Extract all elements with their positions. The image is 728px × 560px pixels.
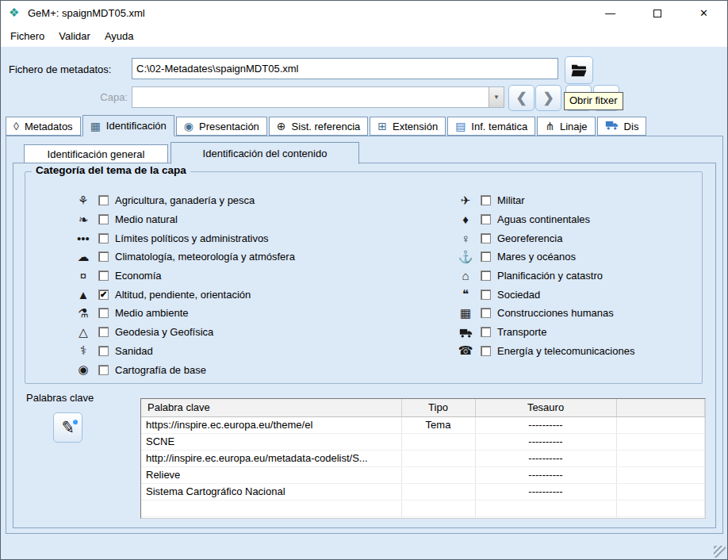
- checkbox-energia-telecomunicaciones[interactable]: Energía y telecomunicaciones: [481, 345, 634, 357]
- checkbox-label: Sociedad: [497, 289, 540, 301]
- flask-icon: ⚗: [71, 306, 95, 320]
- gem-icon: ❖: [9, 6, 19, 20]
- tab-distribucion[interactable]: Dis: [597, 117, 647, 136]
- checkbox-label: Cartografía de base: [115, 364, 206, 376]
- category-row: ¤Economía: [71, 267, 295, 286]
- empty-cell: [401, 516, 475, 519]
- checkbox-sanidad[interactable]: Sanidad: [98, 345, 153, 357]
- tab-identificacion[interactable]: ▦Identificación: [82, 115, 174, 136]
- wheat-icon: ⚘: [71, 194, 95, 208]
- checkbox-box: [481, 346, 491, 356]
- subtab-identificacion-del-contenido[interactable]: Identificación del contenido: [171, 142, 359, 164]
- close-button[interactable]: ✕: [680, 1, 727, 25]
- category-row: ⌂Planificación y catastro: [454, 267, 634, 286]
- checkbox-label: Límites políticos y administrativos: [115, 232, 269, 244]
- category-row: ❧Medio natural: [71, 210, 295, 229]
- category-column-right: ✈Militar♦Aguas continentales♀Georeferenc…: [454, 191, 634, 360]
- keyword-cell: Sistema Cartográfico Nacional: [141, 483, 401, 500]
- checkbox-transporte[interactable]: Transporte: [481, 326, 546, 338]
- checkbox-geodesia[interactable]: Geodesia y Geofísica: [98, 326, 213, 338]
- layer-field-label: Capa:: [9, 91, 128, 103]
- main-tab-bar: ◊Metadatos▦Identificación◉Presentación⊕S…: [6, 114, 728, 136]
- minimize-button[interactable]: —: [587, 1, 634, 25]
- checkbox-cartografia-base[interactable]: Cartografía de base: [98, 364, 206, 376]
- checkbox-aguas-continentales[interactable]: Aguas continentales: [481, 213, 590, 225]
- checkbox-sociedad[interactable]: Sociedad: [481, 289, 540, 301]
- checkbox-georeferencia[interactable]: Georeferencia: [481, 232, 562, 244]
- checkbox-medio-natural[interactable]: Medio natural: [98, 213, 178, 225]
- checkbox-box: [481, 233, 491, 244]
- tab-label: Metadatos: [25, 121, 73, 132]
- metadata-file-input[interactable]: [132, 58, 558, 79]
- category-row: ▦Construcciones humanas: [454, 304, 634, 323]
- menu-item-ayuda[interactable]: Ayuda: [98, 25, 141, 47]
- cart-icon: ¤: [71, 269, 95, 282]
- checkbox-altitud[interactable]: ✔Altitud, pendiente, orientación: [98, 289, 251, 301]
- sub-tab-bar: Identificación generalIdentificación del…: [24, 141, 359, 163]
- mountain-icon: ▲: [71, 288, 95, 301]
- map-extent-icon: ⊞: [377, 121, 387, 132]
- dropdown-arrow-icon: ▼: [489, 87, 504, 107]
- tab-extension[interactable]: ⊞Extensión: [370, 117, 446, 136]
- next-layer-button[interactable]: ❯: [535, 85, 561, 111]
- tab-label: Linaje: [560, 121, 588, 132]
- menu-item-fichero[interactable]: Fichero: [3, 25, 52, 47]
- checkbox-economia[interactable]: Economía: [98, 270, 162, 282]
- checkbox-medio-ambiente[interactable]: Medio ambiente: [98, 307, 189, 319]
- tab-inf-tematica[interactable]: ▤Inf. temática: [447, 117, 535, 136]
- tooltip: Obrir fitxer: [564, 92, 623, 110]
- checkbox-construcciones-humanas[interactable]: Construcciones humanas: [481, 307, 614, 319]
- empty-cell: [616, 500, 705, 516]
- category-row: ⚕Sanidad: [71, 342, 295, 361]
- checkbox-box: [481, 251, 491, 262]
- keyword-row[interactable]: Relieve----------: [141, 466, 705, 483]
- tab-sist-referencia[interactable]: ⊕Sist. referencia: [269, 117, 368, 136]
- tab-metadatos[interactable]: ◊Metadatos: [6, 117, 81, 136]
- checkbox-label: Climatología, meteorología y atmósfera: [115, 251, 295, 263]
- triangle-icon: △: [71, 325, 95, 339]
- checkbox-box: [98, 270, 109, 281]
- tab-presentacion[interactable]: ◉Presentación: [176, 117, 267, 136]
- checkbox-box: [98, 308, 109, 318]
- maximize-button[interactable]: [634, 1, 680, 25]
- category-row: ✈Militar: [454, 191, 634, 210]
- checkbox-box: [98, 214, 109, 224]
- empty-cell: [616, 516, 705, 519]
- truck-icon: [605, 121, 619, 132]
- keyword-row[interactable]: https://inspire.ec.europa.eu/theme/elTem…: [141, 416, 705, 433]
- previous-layer-button[interactable]: ❮: [508, 85, 535, 111]
- resize-grip[interactable]: [714, 546, 726, 558]
- empty-cell: [141, 516, 401, 519]
- keyword-cell: SCNE: [141, 433, 401, 450]
- extra-cell: [616, 433, 705, 450]
- checkbox-agricultura[interactable]: Agricultura, ganadería y pesca: [98, 194, 255, 206]
- edit-keywords-button[interactable]: ✎: [53, 412, 82, 443]
- open-file-button[interactable]: [565, 56, 593, 84]
- checkbox-box: [98, 327, 109, 337]
- keyword-row[interactable]: SCNE----------: [141, 433, 705, 450]
- keyword-row[interactable]: Sistema Cartográfico Nacional----------: [141, 483, 705, 500]
- checkbox-label: Altitud, pendiente, orientación: [115, 289, 251, 301]
- keywords-column-header[interactable]: [616, 399, 705, 416]
- tab-label: Identificación: [106, 120, 167, 132]
- keywords-header-row: Palabra claveTipoTesauro: [141, 399, 705, 416]
- tab-linaje[interactable]: ⋔Linaje: [537, 117, 595, 136]
- keywords-column-header[interactable]: Palabra clave: [141, 399, 401, 416]
- checkbox-label: Planificación y catastro: [497, 270, 603, 282]
- subtab-identificacion-general[interactable]: Identificación general: [24, 144, 168, 163]
- checkbox-limites[interactable]: Límites políticos y administrativos: [98, 232, 269, 244]
- checkbox-mares-oceanos[interactable]: Mares y océanos: [481, 251, 576, 263]
- keywords-column-header[interactable]: Tesauro: [475, 399, 616, 416]
- checkbox-box: [481, 327, 491, 337]
- checkbox-militar[interactable]: Militar: [481, 194, 525, 206]
- category-column-left: ⚘Agricultura, ganadería y pesca❧Medio na…: [71, 191, 295, 379]
- checkbox-label: Energía y telecomunicaciones: [497, 345, 634, 357]
- truck-icon: [454, 325, 477, 339]
- keywords-column-header[interactable]: Tipo: [401, 399, 475, 416]
- keyword-row[interactable]: http://inspire.ec.europa.eu/metadata-cod…: [141, 450, 705, 466]
- menu-item-validar[interactable]: Validar: [52, 25, 98, 47]
- checkbox-label: Aguas continentales: [497, 213, 590, 225]
- checkbox-planificacion-catastro[interactable]: Planificación y catastro: [481, 270, 603, 282]
- checkbox-climatologia[interactable]: Climatología, meteorología y atmósfera: [98, 251, 295, 263]
- phone-icon: ☎: [454, 343, 477, 358]
